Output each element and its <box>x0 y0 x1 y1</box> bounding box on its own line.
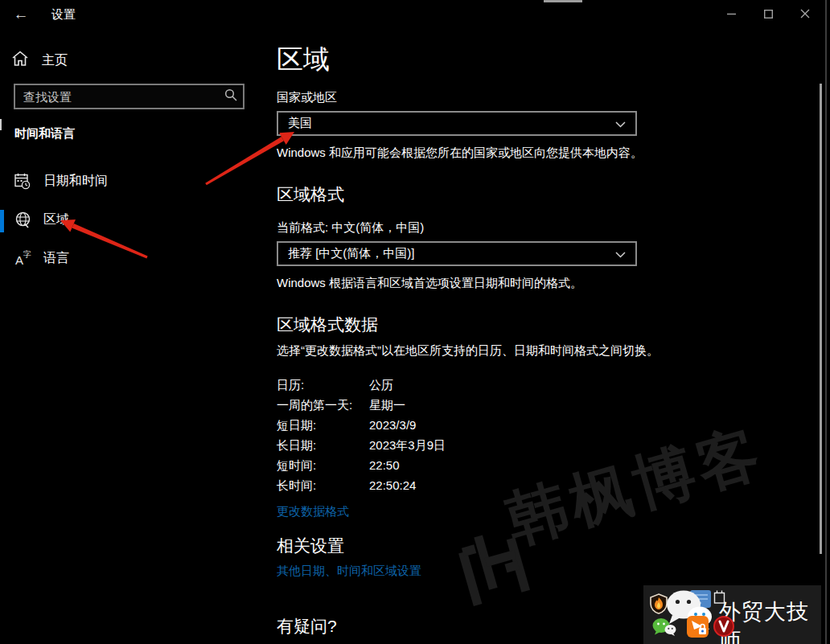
tray-popup: 外贸大技师 <box>643 585 821 644</box>
row-value: 22:50 <box>369 458 400 478</box>
red-check-icon[interactable] <box>713 616 734 640</box>
table-row: 日历: 公历 <box>277 378 393 398</box>
sidebar-item-language[interactable]: A 字 语言 <box>0 242 249 274</box>
search-icon[interactable] <box>219 88 243 105</box>
row-label: 短时间: <box>277 458 369 478</box>
wechat-small-icon[interactable] <box>652 617 676 640</box>
sidebar-item-home[interactable]: 主页 <box>11 48 244 72</box>
sidebar-item-label: 日期和时间 <box>43 173 108 190</box>
screen-edge-artifact <box>0 119 2 130</box>
window-controls <box>713 0 824 27</box>
additional-settings-link[interactable]: 其他日期、时间和区域设置 <box>277 564 421 579</box>
change-data-formats-link[interactable]: 更改数据格式 <box>277 504 349 519</box>
minimize-icon <box>727 10 736 18</box>
top-scroll-strip <box>544 0 582 2</box>
watermark-logo-icon <box>446 511 549 621</box>
country-label: 国家或地区 <box>277 90 337 105</box>
search-box <box>14 84 244 109</box>
window-right-border <box>825 0 827 644</box>
minimize-button[interactable] <box>713 0 750 27</box>
svg-text:字: 字 <box>23 250 31 259</box>
sidebar-group-header: 时间和语言 <box>14 126 75 142</box>
maximize-icon <box>764 10 773 18</box>
row-value: 22:50:24 <box>369 478 416 498</box>
regional-format-heading: 区域格式 <box>277 183 344 206</box>
regional-format-combobox-value: 推荐 [中文(简体，中国)] <box>288 246 415 261</box>
chevron-down-icon <box>615 247 626 261</box>
sidebar-item-date-time[interactable]: 日期和时间 <box>0 165 249 197</box>
back-button[interactable]: ← <box>10 5 32 24</box>
regional-format-combobox[interactable]: 推荐 [中文(简体，中国)] <box>277 241 637 266</box>
window-title: 设置 <box>51 7 76 23</box>
language-icon: A 字 <box>14 249 43 267</box>
close-icon <box>800 9 810 18</box>
close-button[interactable] <box>787 0 824 27</box>
selected-item-accent-bar <box>0 210 4 232</box>
remote-app-icon[interactable] <box>687 616 709 641</box>
tray-popup-label: 外贸大技师 <box>719 597 821 644</box>
row-value: 2023/3/9 <box>369 418 416 438</box>
watermark-text: 韩枫博客 <box>497 412 774 564</box>
chevron-down-icon <box>615 117 626 131</box>
sidebar-item-region[interactable]: 区域 <box>0 203 249 236</box>
row-label: 短日期: <box>277 418 369 438</box>
table-row: 短日期: 2023/3/9 <box>277 418 416 438</box>
format-data-heading: 区域格式数据 <box>277 314 378 336</box>
row-label: 长日期: <box>277 438 369 458</box>
svg-text:A: A <box>15 253 23 267</box>
calendar-clock-icon <box>14 173 43 190</box>
maximize-button[interactable] <box>750 0 787 27</box>
page-title: 区域 <box>277 42 330 78</box>
globe-icon <box>14 211 43 228</box>
row-value: 2023年3月9日 <box>369 438 446 458</box>
row-value: 星期一 <box>369 398 405 418</box>
sidebar-item-label: 主页 <box>42 52 68 69</box>
vertical-scrollbar-thumb[interactable] <box>820 84 822 554</box>
row-label: 一周的第一天: <box>277 398 369 418</box>
related-settings-heading: 相关设置 <box>277 535 344 557</box>
table-row: 长日期: 2023年3月9日 <box>277 438 446 458</box>
row-value: 公历 <box>369 378 393 398</box>
table-row: 短时间: 22:50 <box>277 458 400 478</box>
format-data-description: 选择“更改数据格式”以在地区所支持的日历、日期和时间格式之间切换。 <box>277 343 807 359</box>
question-heading: 有疑问? <box>277 615 337 638</box>
current-format-text: 当前格式: 中文(简体，中国) <box>277 220 424 236</box>
search-input[interactable] <box>15 90 219 104</box>
row-label: 长时间: <box>277 478 369 498</box>
country-combobox[interactable]: 美国 <box>277 111 637 136</box>
row-label: 日历: <box>277 378 369 398</box>
country-combobox-value: 美国 <box>288 116 312 131</box>
table-row: 长时间: 22:50:24 <box>277 478 416 498</box>
left-arrow-icon: ← <box>14 6 29 23</box>
sidebar-item-label: 语言 <box>43 250 69 267</box>
table-row: 一周的第一天: 星期一 <box>277 398 405 418</box>
regional-format-description: Windows 根据语言和区域首选项设置日期和时间的格式。 <box>277 276 807 291</box>
country-description: Windows 和应用可能会根据您所在的国家或地区向您提供本地内容。 <box>277 146 807 161</box>
settings-window: ← 设置 主页 时间和语言 <box>0 0 830 644</box>
sidebar-item-label: 区域 <box>43 211 69 228</box>
home-icon <box>11 51 40 70</box>
